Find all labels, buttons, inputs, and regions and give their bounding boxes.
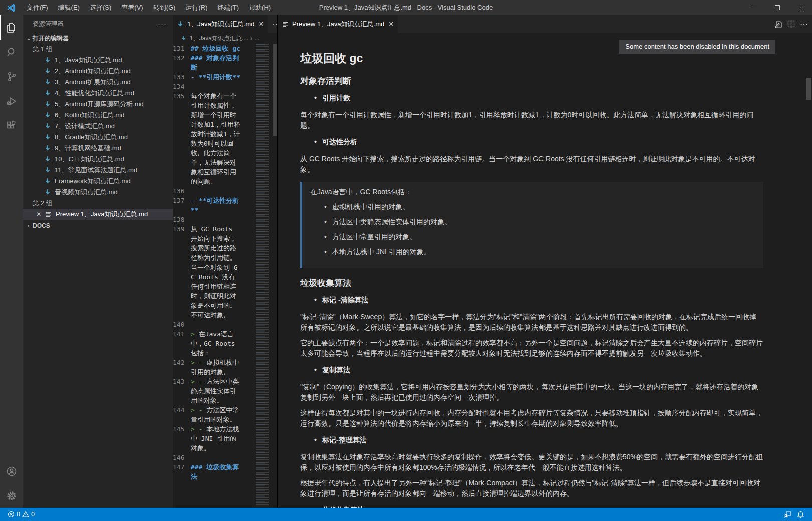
minimap[interactable] (256, 44, 272, 506)
preview-more-actions[interactable]: ··· (800, 20, 808, 29)
error-icon (8, 511, 15, 518)
sidebar-more-actions[interactable]: ··· (158, 20, 167, 28)
markdown-file-icon (44, 78, 52, 86)
source-tab-bar: 1、Java知识点汇总.md ✕ ··· (173, 15, 277, 33)
breadcrumb-file[interactable]: 1、Java知识点汇总.... (190, 34, 248, 43)
open-editor-item[interactable]: 1、Java知识点汇总.md (23, 55, 173, 66)
line-number: 134 (173, 82, 191, 91)
line-content: > 在Java语言中，GC Roots 包括： (191, 329, 241, 358)
open-editor-label: 4、性能优化知识点汇总.md (55, 89, 134, 98)
menu-item[interactable]: 运行(R) (181, 0, 212, 15)
preview-paragraph: 根据老年代的特点，有人提出了另外一种"标记-整理"（Mark-Compact）算… (300, 478, 763, 499)
notifications-bell-icon[interactable] (794, 508, 807, 521)
explorer-icon[interactable] (0, 15, 23, 40)
preview-list-item: •标记 -清除算法 (314, 296, 777, 305)
open-editor-item[interactable]: 5、Android开源库源码分析.md (23, 99, 173, 110)
line-number: 137 (173, 196, 191, 215)
search-icon[interactable] (0, 40, 23, 64)
open-editors-section[interactable]: ⌄ 打开的编辑器 (23, 33, 173, 44)
open-editor-item[interactable]: 音视频知识点汇总.md (23, 187, 173, 198)
menu-bar: 文件(F)编辑(E)选择(S)查看(V)转到(G)运行(R)终端(T)帮助(H) (22, 0, 276, 15)
chevron-down-icon: ⌄ (25, 36, 33, 41)
warning-count: 0 (31, 511, 35, 518)
close-window-button[interactable] (789, 0, 812, 15)
menu-item[interactable]: 查看(V) (117, 0, 147, 15)
source-scroll-thumb[interactable] (273, 44, 277, 136)
list-item-text: 本地方法栈中 JNI 引用的对象。 (332, 247, 431, 257)
open-editor-label: 6、Kotlin知识点汇总.md (55, 111, 124, 120)
open-editor-item[interactable]: 6、Kotlin知识点汇总.md (23, 110, 173, 121)
open-editor-label: 1、Java知识点汇总.md (55, 56, 122, 65)
line-number: 140 (173, 320, 191, 329)
bullet-icon: • (314, 366, 322, 375)
open-editor-item[interactable]: 3、Android扩展知识点.md (23, 77, 173, 88)
breadcrumb-symbol[interactable]: ... (254, 35, 259, 42)
feedback-icon[interactable] (781, 508, 794, 521)
list-item-text: 引用计数 (322, 94, 350, 103)
tab-java-md-source[interactable]: 1、Java知识点汇总.md ✕ (173, 15, 268, 33)
settings-gear-icon[interactable] (0, 483, 23, 508)
open-editor-item[interactable]: 11、常见面试算法题汇总.md (23, 165, 173, 176)
open-editor-item[interactable]: 10、C++知识点汇总.md (23, 154, 173, 165)
open-editor-item-preview[interactable]: ✕ Preview 1、Java知识点汇总.md (23, 209, 173, 220)
editor-group-preview: Preview 1、Java知识点汇总.md ✕ ··· Some conten… (277, 15, 812, 508)
code-line: 136 (173, 186, 254, 196)
preview-scroll-thumb[interactable] (806, 78, 811, 100)
open-editor-label: Framework知识点汇总.md (55, 177, 131, 186)
menu-item[interactable]: 编辑(E) (54, 0, 84, 15)
code-line: 141> 在Java语言中，GC Roots 包括： (173, 329, 254, 358)
window-controls (743, 0, 812, 15)
markdown-file-icon (44, 89, 52, 97)
status-bar: 0 0 (0, 508, 812, 521)
line-content: ### 对象存活判断 (191, 53, 241, 72)
account-icon[interactable] (0, 459, 23, 483)
bullet-icon: • (314, 296, 322, 305)
menu-item[interactable]: 文件(F) (22, 0, 53, 15)
activity-bar (0, 15, 23, 508)
open-editor-label: 9、计算机网络基础.md (55, 144, 121, 153)
editor-more-actions[interactable]: ··· (272, 20, 277, 29)
preview-paragraph: 它的主要缺点有两个：一个是效率问题，标记和清除过程的效率都不高；另外一个是空间问… (300, 338, 763, 359)
bullet-icon: • (314, 436, 322, 445)
source-code-area[interactable]: 131## 垃圾回收 gc132### 对象存活判断133- **引用计数**1… (173, 44, 254, 508)
close-tab-icon[interactable]: ✕ (388, 20, 394, 28)
list-item-text: 标记 -清除算法 (322, 296, 369, 305)
problems-status[interactable]: 0 0 (5, 508, 37, 521)
bullet-icon: • (314, 138, 322, 147)
open-source-icon[interactable] (774, 20, 782, 28)
code-line: 135每个对象有一个引用计数属性，新增一个引用时计数加1，引用释放时计数减1，计… (173, 91, 254, 186)
open-editor-item[interactable]: 2、Android知识点汇总.md (23, 66, 173, 77)
menu-item[interactable]: 终端(T) (213, 0, 243, 15)
maximize-button[interactable] (766, 0, 789, 15)
minimize-button[interactable] (743, 0, 766, 15)
window-title: Preview 1、Java知识点汇总.md - Docs - Visual S… (319, 3, 493, 12)
close-icon[interactable]: ✕ (35, 211, 43, 218)
extensions-icon[interactable] (0, 113, 23, 138)
source-scrollbar[interactable] (273, 44, 277, 508)
preview-list-item: •复制算法 (314, 366, 777, 375)
source-control-icon[interactable] (0, 64, 23, 89)
markdown-file-icon (44, 177, 52, 185)
editor-group2-label: 第 2 组 (23, 198, 173, 209)
line-number: 133 (173, 72, 191, 82)
run-debug-icon[interactable] (0, 89, 23, 113)
open-editor-item[interactable]: 8、Gradle知识点汇总.md (23, 132, 173, 143)
open-editor-item[interactable]: 9、计算机网络基础.md (23, 143, 173, 154)
open-editor-item[interactable]: 7、设计模式汇总.md (23, 121, 173, 132)
open-editor-item[interactable]: 4、性能优化知识点汇总.md (23, 88, 173, 99)
split-editor-icon[interactable] (787, 20, 795, 28)
close-tab-icon[interactable]: ✕ (258, 20, 264, 28)
list-item-text: 复制算法 (322, 366, 350, 375)
open-editor-item[interactable]: Framework知识点汇总.md (23, 176, 173, 187)
tab-java-md-preview[interactable]: Preview 1、Java知识点汇总.md ✕ (278, 15, 398, 33)
preview-heading3: 垃圾收集算法 (300, 277, 763, 289)
menu-item[interactable]: 选择(S) (85, 0, 116, 15)
docs-folder-section[interactable]: › DOCS (23, 220, 173, 231)
code-line: 138 (173, 215, 254, 224)
menu-item[interactable]: 帮助(H) (244, 0, 276, 15)
code-line: 134 (173, 82, 254, 91)
menu-item[interactable]: 转到(G) (149, 0, 180, 15)
line-content: 从 GC Roots 开始向下搜索，搜索所走过的路径称为引用链。当一个对象到 G… (191, 224, 241, 320)
explorer-sidebar: 资源管理器 ··· ⌄ 打开的编辑器 第 1 组 1、Java知识点汇总.md2… (23, 15, 173, 508)
open-editor-label: 音视频知识点汇总.md (55, 188, 118, 197)
